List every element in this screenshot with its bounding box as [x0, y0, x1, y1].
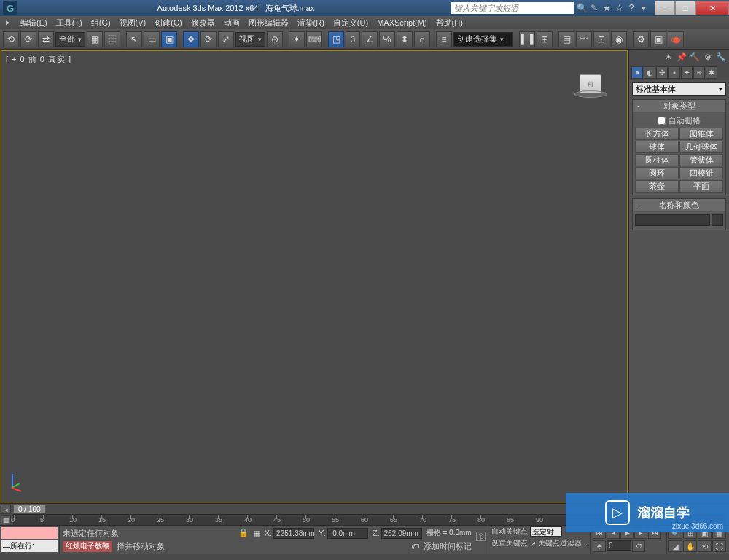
- render-frame-icon[interactable]: ▣: [650, 31, 666, 47]
- render-setup-icon[interactable]: ⚙: [633, 31, 649, 47]
- rollout-header-objtype[interactable]: -对象类型: [633, 100, 725, 112]
- btn-cylinder[interactable]: 圆柱体: [635, 154, 679, 166]
- snap-2d-icon[interactable]: ◳: [328, 31, 344, 47]
- view-cube[interactable]: 前: [574, 71, 607, 104]
- y-input[interactable]: -0.0mm: [327, 528, 368, 539]
- undo-icon[interactable]: ⟲: [3, 31, 19, 47]
- spinner-snap-icon[interactable]: ⬍: [397, 31, 413, 47]
- auto-key-button[interactable]: 自动关键点: [491, 526, 528, 537]
- transform-type-icon[interactable]: ▦: [253, 529, 260, 538]
- toolbox-icon[interactable]: ✎: [589, 3, 599, 13]
- time-slider[interactable]: 0 / 100: [13, 505, 46, 513]
- lock-icon[interactable]: 🔒: [238, 528, 249, 538]
- timeline-btn-2[interactable]: ▦: [1, 515, 11, 524]
- close-button[interactable]: ✕: [695, 1, 729, 15]
- btn-teapot[interactable]: 茶壶: [635, 180, 679, 192]
- key-filter-icon[interactable]: ↗: [530, 540, 536, 548]
- tab-shapes-icon[interactable]: ◐: [644, 66, 655, 79]
- align-icon[interactable]: ⊞: [537, 31, 553, 47]
- auto-grid-checkbox[interactable]: [658, 117, 666, 125]
- time-tag-icon[interactable]: 🏷: [411, 542, 419, 551]
- x-input[interactable]: 2251.38mm: [273, 528, 314, 539]
- light-icon[interactable]: ☀: [663, 51, 674, 63]
- tab-geometry-icon[interactable]: ●: [631, 66, 643, 79]
- menu-maxscript[interactable]: MAXScript(M): [373, 18, 431, 27]
- gear-icon[interactable]: ⚙: [702, 51, 714, 63]
- viewcube-ring[interactable]: [574, 90, 607, 98]
- script-listener[interactable]: [1, 527, 58, 539]
- max-toggle-icon[interactable]: ⛶: [712, 540, 726, 552]
- curve-editor-icon[interactable]: 〰: [576, 31, 592, 47]
- ref-coord-system[interactable]: 视图▾: [235, 32, 265, 47]
- tab-spacewarps-icon[interactable]: ≋: [693, 66, 705, 79]
- menu-animation[interactable]: 动画: [219, 18, 244, 28]
- menu-modifiers[interactable]: 修改器: [187, 18, 219, 28]
- keyboard-icon[interactable]: ⌨: [306, 31, 322, 47]
- schematic-icon[interactable]: ⊡: [593, 31, 609, 47]
- redo-icon[interactable]: ⟳: [20, 31, 36, 47]
- named-selection-sets[interactable]: 创建选择集▾: [453, 32, 513, 47]
- viewport[interactable]: [ + 0 前 0 真实 ] 前: [1, 50, 628, 502]
- menu-help[interactable]: 帮助(H): [432, 18, 467, 28]
- key-filters-button[interactable]: 关键点过滤器...: [538, 538, 588, 548]
- minimize-button[interactable]: —: [655, 1, 675, 15]
- maximize-button[interactable]: □: [675, 1, 695, 15]
- app-icon[interactable]: G: [3, 1, 17, 15]
- scale-icon[interactable]: ⤢: [218, 31, 234, 47]
- z-input[interactable]: 262.09mm: [381, 528, 422, 539]
- menu-edit[interactable]: 编辑(E): [16, 18, 52, 28]
- btn-sphere[interactable]: 球体: [635, 141, 679, 153]
- rollout-header-namecolor[interactable]: -名称和颜色: [633, 199, 725, 211]
- help-search-input[interactable]: 键入关键字或短语: [451, 2, 574, 14]
- selection-filter[interactable]: 全部▾: [55, 32, 85, 47]
- btn-torus[interactable]: 圆环: [635, 167, 679, 179]
- menu-create[interactable]: 创建(C): [150, 18, 186, 28]
- object-color-swatch[interactable]: [712, 214, 723, 226]
- snap-3d-icon[interactable]: 3: [346, 31, 360, 47]
- add-time-marker[interactable]: 添加时间标记: [424, 541, 472, 552]
- window-crossing-icon[interactable]: ▣: [161, 31, 177, 47]
- set-key-button[interactable]: 设置关键点: [491, 538, 528, 548]
- timeline-btn-1[interactable]: ◂: [1, 505, 11, 514]
- favorite-icon[interactable]: ★: [601, 3, 612, 13]
- viewport-label[interactable]: [ + 0 前 0 真实 ]: [6, 54, 71, 65]
- tab-cameras-icon[interactable]: ▪: [668, 66, 680, 79]
- dropdown-icon[interactable]: ▾: [639, 3, 649, 13]
- manipulate-icon[interactable]: ✦: [289, 31, 305, 47]
- menu-grapheditors[interactable]: 图形编辑器: [244, 18, 293, 28]
- btn-box[interactable]: 长方体: [635, 128, 679, 140]
- edit-named-icon[interactable]: ≡: [436, 31, 452, 47]
- wrench-icon[interactable]: 🔧: [715, 51, 727, 63]
- tab-lights-icon[interactable]: ✢: [656, 66, 668, 79]
- select-object-icon[interactable]: ▦: [87, 31, 103, 47]
- btn-cone[interactable]: 圆锥体: [679, 128, 723, 140]
- menu-group[interactable]: 组(G): [87, 18, 115, 28]
- move-icon[interactable]: ✥: [183, 31, 199, 47]
- key-mode-toggle[interactable]: ⬘: [593, 540, 606, 552]
- app-menu-icon[interactable]: ▸: [1, 16, 15, 28]
- menu-tools[interactable]: 工具(T): [52, 18, 87, 28]
- mirror-icon[interactable]: ▌▐: [519, 31, 535, 47]
- star-icon[interactable]: ☆: [614, 3, 624, 13]
- key-mode-icon[interactable]: ⚿: [475, 526, 488, 548]
- selected-obj-field[interactable]: 选定对: [530, 526, 562, 537]
- time-config-icon[interactable]: ⏱: [632, 540, 645, 552]
- pan-icon[interactable]: ✋: [683, 540, 697, 552]
- search-icon[interactable]: 🔍: [577, 3, 587, 13]
- cursor-icon[interactable]: ↖: [126, 31, 142, 47]
- btn-tube[interactable]: 管状体: [679, 154, 723, 166]
- percent-snap-icon[interactable]: %: [379, 31, 395, 47]
- pivot-icon[interactable]: ⊙: [267, 31, 283, 47]
- help-icon[interactable]: ?: [626, 3, 636, 13]
- tab-systems-icon[interactable]: ✱: [706, 66, 717, 79]
- btn-geosphere[interactable]: 几何球体: [679, 141, 723, 153]
- tab-helpers-icon[interactable]: ✦: [681, 66, 693, 79]
- pin-icon[interactable]: 📌: [676, 51, 687, 63]
- menu-rendering[interactable]: 渲染(R): [293, 18, 329, 28]
- hammer-icon[interactable]: 🔨: [689, 51, 701, 63]
- angle-snap-icon[interactable]: ∠: [362, 31, 378, 47]
- material-editor-icon[interactable]: ◉: [611, 31, 627, 47]
- fov-icon[interactable]: ◢: [668, 540, 682, 552]
- btn-pyramid[interactable]: 四棱锥: [679, 167, 723, 179]
- render-icon[interactable]: 🫖: [668, 31, 684, 47]
